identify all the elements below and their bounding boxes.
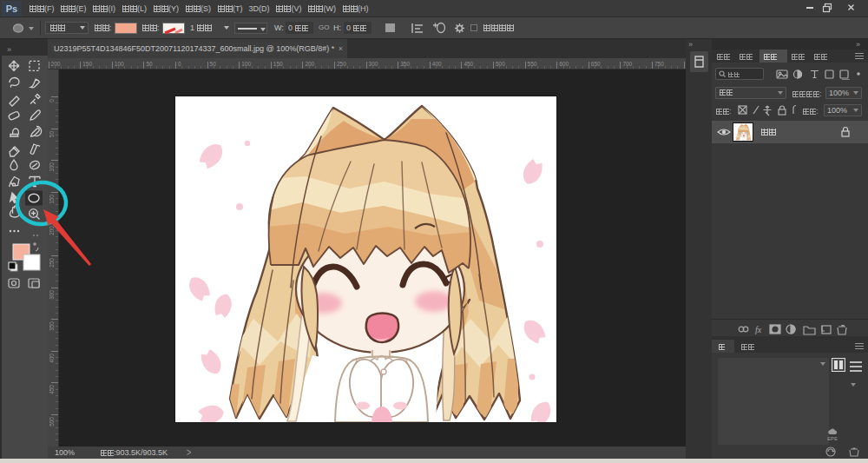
svg-text:fx: fx: [755, 325, 762, 334]
